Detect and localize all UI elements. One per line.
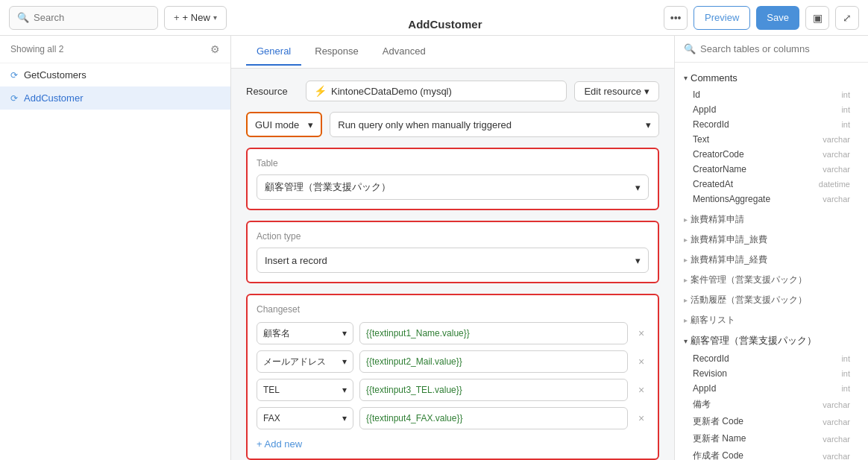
arrow-icon: ▸ [684,256,688,264]
group-label: 旅費精算申請_経費 [691,253,767,266]
plus-icon: + [174,12,180,23]
search-input[interactable] [34,12,150,23]
group-label: 案件管理（営業支援パック） [691,274,807,286]
resource-db-name: KintoneCDataDemo (mysql) [331,86,452,97]
tabs-bar: General Response Advanced [231,36,674,69]
new-button[interactable]: + + New ▾ [164,6,227,30]
sidebar-header: Showing all 2 ⚙ [0,36,230,63]
changeset-row-1: メールアドレス {{textinput2_Mail.value}} × [257,350,649,373]
section-label-comments: Comments [691,72,738,84]
val-text-2: {{textinput3_TEL.value}} [366,385,462,395]
content-area: General Response Advanced Resource ⚡ Kin… [231,36,674,460]
delete-row-0[interactable]: × [634,327,649,339]
right-search-bar[interactable]: 🔍 [675,36,868,63]
tree-header-kokyaku[interactable]: ▾ 顧客管理（営業支援パック） [675,330,868,351]
tree-group-katsudo[interactable]: ▸ 活動履歴（営業支援パック） [675,290,868,310]
right-scroll-area: ▾ Comments Idint AppIdint RecordIdint Te… [675,63,868,460]
save-button[interactable]: Save [756,6,799,30]
delete-row-2[interactable]: × [634,384,649,396]
main-layout: Showing all 2 ⚙ ⟳ GetCustomers ⟳ AddCust… [0,36,868,460]
tree-header-comments[interactable]: ▾ Comments [675,69,868,87]
tree-group-ryohi-keihi[interactable]: ▸ 旅費精算申請_経費 [675,250,868,270]
tab-general[interactable]: General [246,38,301,66]
col-name-0: 顧客名 [263,327,290,340]
action-type-value: Insert a record [265,255,327,266]
expand-button[interactable]: ⤢ [835,6,859,30]
col-select-3[interactable]: FAX [257,407,353,429]
tree-group-ryohi-ryohi[interactable]: ▸ 旅費精算申請_旅費 [675,230,868,250]
col-select-1[interactable]: メールアドレス [257,350,353,373]
add-new-button[interactable]: + Add new [257,438,302,450]
preview-button[interactable]: Preview [694,6,750,30]
sidebar: Showing all 2 ⚙ ⟳ GetCustomers ⟳ AddCust… [0,36,231,460]
tab-response[interactable]: Response [304,38,369,66]
changeset-section: Changeset 顧客名 {{textinput1_Name.value}} … [246,294,659,460]
right-panel: 🔍 ▾ Comments Idint AppIdint RecordIdint … [674,36,868,460]
arrow-icon: ▸ [684,316,688,324]
val-text-3: {{textinput4_FAX.value}} [366,413,462,423]
topbar: 🔍 + + New ▾ AddCustomer ••• Preview Save… [0,0,868,36]
resource-db-selector[interactable]: ⚡ KintoneCDataDemo (mysql) [306,81,567,101]
tree-group-ryohi[interactable]: ▸ 旅費精算申請 [675,209,868,230]
tree-item: AppIdint [675,102,868,117]
changeset-row-3: FAX {{textinput4_FAX.value}} × [257,407,649,429]
changeset-label: Changeset [257,304,649,315]
val-input-0[interactable]: {{textinput1_Name.value}} [359,322,628,344]
query-icon-2: ⟳ [10,93,18,104]
trigger-select[interactable]: Run query only when manually triggered [330,112,659,137]
col-select-0[interactable]: 顧客名 [257,322,353,344]
tree-item: CreatorCodevarchar [675,147,868,162]
sidebar-item-getcustomers[interactable]: ⟳ GetCustomers [0,63,230,86]
tree-item: 作成者 Codevarchar [675,447,868,460]
trigger-label: Run query only when manually triggered [338,119,512,130]
tree-item: RecordIdint [675,117,868,132]
new-label: + New [183,12,210,23]
val-input-1[interactable]: {{textinput2_Mail.value}} [359,350,628,373]
val-input-2[interactable]: {{textinput3_TEL.value}} [359,379,628,401]
col-select-2[interactable]: TEL [257,379,353,401]
tree-group-anken[interactable]: ▸ 案件管理（営業支援パック） [675,270,868,290]
arrow-icon: ▸ [684,236,688,244]
gui-row: GUI mode Run query only when manually tr… [246,112,659,137]
tab-advanced[interactable]: Advanced [372,38,436,66]
tree-item: CreatorNamevarchar [675,162,868,177]
search-bar[interactable]: 🔍 [9,6,158,30]
right-search-input[interactable] [700,43,859,54]
arrow-icon: ▸ [684,215,688,224]
edit-resource-button[interactable]: Edit resource [574,81,659,101]
chevron-kokyaku: ▾ [684,337,688,345]
col-name-3: FAX [263,413,280,423]
table-section: Table 顧客管理（営業支援パック） [246,148,659,210]
gui-mode-label: GUI mode [255,119,299,130]
table-select[interactable]: 顧客管理（営業支援パック） [257,174,649,200]
delete-row-3[interactable]: × [634,412,649,424]
sidebar-item-addcustomer[interactable]: ⟳ AddCustomer [0,86,230,110]
val-input-3[interactable]: {{textinput4_FAX.value}} [359,407,628,429]
filter-icon[interactable]: ⚙ [210,43,220,55]
table-label: Table [257,158,649,168]
tree-item: AppIdint [675,381,868,396]
sidebar-item-label: GetCustomers [24,69,87,81]
tree-item: RecordIdint [675,351,868,366]
gui-mode-select[interactable]: GUI mode [246,112,322,137]
tree-item-revision: Revisionint [675,366,868,381]
chevron-down-icon-col1 [342,356,347,367]
tree-section-comments: ▾ Comments Idint AppIdint RecordIdint Te… [675,69,868,207]
tree-group-kokyaku-list[interactable]: ▸ 顧客リスト [675,310,868,330]
sidebar-item-label-active: AddCustomer [24,92,83,104]
delete-row-1[interactable]: × [634,356,649,368]
layout-toggle-button[interactable]: ▣ [805,6,829,30]
table-value: 顧客管理（営業支援パック） [265,180,391,194]
sidebar-showing: Showing all 2 [10,44,63,54]
more-options-button[interactable]: ••• [664,6,688,30]
col-name-1: メールアドレス [263,356,326,368]
action-type-select[interactable]: Insert a record [257,248,649,273]
group-label: 活動履歴（営業支援パック） [691,294,807,306]
val-text-1: {{textinput2_Mail.value}} [366,356,462,367]
resource-label: Resource [246,86,298,97]
chevron-down-icon-gui [308,119,313,130]
changeset-row-0: 顧客名 {{textinput1_Name.value}} × [257,322,649,344]
chevron-down-icon-trigger [646,119,651,130]
group-label: 顧客リスト [691,314,735,327]
group-label: 旅費精算申請_旅費 [691,233,767,246]
